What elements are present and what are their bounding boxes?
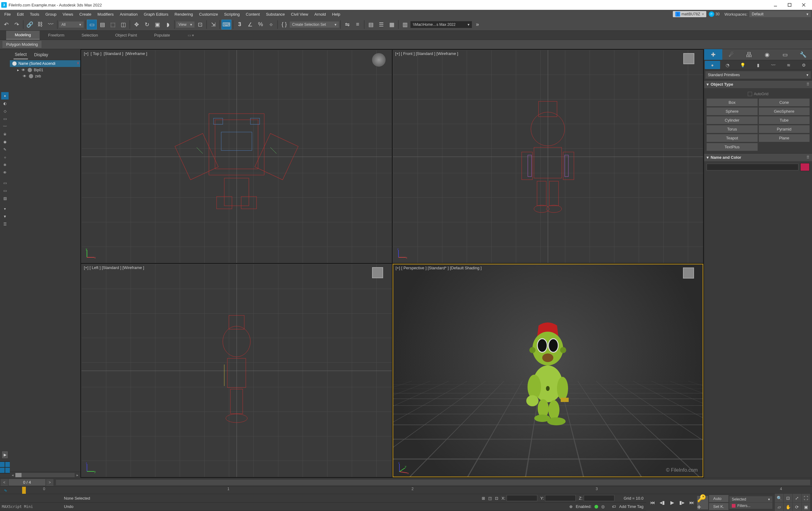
redo-button[interactable]: ↷	[12, 20, 22, 29]
selection-filter-dropdown[interactable]: All▾	[59, 22, 84, 28]
toggle-ribbon-button[interactable]: ▦	[387, 20, 397, 29]
auto-key-button[interactable]: Auto	[709, 495, 728, 502]
primitive-cone-button[interactable]: Cone	[759, 98, 810, 106]
viewcube-icon[interactable]	[683, 53, 697, 67]
geometry-subtab[interactable]: ●	[705, 61, 720, 69]
menu-animation[interactable]: Animation	[117, 11, 141, 18]
close-button[interactable]	[796, 0, 811, 10]
scene-explorer-tab-display[interactable]: Display	[33, 50, 50, 59]
maximize-viewport-button[interactable]: ▣	[802, 503, 810, 511]
display-cameras-icon[interactable]: ▭	[1, 115, 9, 123]
zoom-all-button[interactable]: ⊡	[784, 494, 792, 502]
maximize-button[interactable]	[783, 0, 796, 10]
z-coord-input[interactable]	[584, 495, 614, 501]
scale-button[interactable]: ▣	[152, 20, 162, 29]
hierarchy-panel-tab[interactable]: 品	[740, 49, 758, 60]
filter-icon[interactable]: ▼	[1, 213, 9, 220]
pan-button[interactable]: ✋	[784, 503, 792, 511]
primitive-textplus-button[interactable]: TextPlus	[706, 143, 758, 151]
prev-frame-button[interactable]: ◂▮	[658, 498, 667, 507]
primitive-teapot-button[interactable]: Teapot	[706, 134, 758, 142]
lock-selection-icon[interactable]: ⊞	[482, 496, 485, 501]
goto-end-button[interactable]: ⏭	[687, 498, 696, 507]
menu-substance[interactable]: Substance	[263, 11, 288, 18]
viewcube-icon[interactable]	[372, 53, 385, 67]
placement-button[interactable]: ◗	[163, 20, 173, 29]
visibility-icon[interactable]: 👁	[21, 68, 26, 72]
curve-editor-button[interactable]: ▥	[400, 20, 410, 29]
ribbon-tab-object-paint[interactable]: Object Paint	[107, 31, 146, 39]
unlink-button[interactable]: ⛓	[35, 20, 45, 29]
viewport-label-perspective[interactable]: [+] [ Perspective ] [Standard* ] [Defaul…	[396, 266, 482, 270]
x-coord-input[interactable]	[506, 495, 537, 501]
menu-arnold[interactable]: Arnold	[311, 11, 329, 18]
display-spacewarps-icon[interactable]: ※	[1, 130, 9, 138]
object-name-input[interactable]	[706, 164, 799, 171]
move-button[interactable]: ✥	[132, 20, 141, 29]
zoom-extents-button[interactable]: ⤢	[793, 494, 801, 502]
pivot-center-button[interactable]: ⊡	[195, 20, 205, 29]
snap-toggle-button[interactable]: 3	[235, 20, 244, 29]
set-key-button[interactable]: Set K.	[709, 503, 728, 510]
time-tag-icon[interactable]: 🏷	[612, 504, 616, 509]
add-time-tag-button[interactable]: Add Time Tag	[619, 504, 643, 509]
ribbon-tab-modeling[interactable]: Modeling	[6, 31, 40, 40]
shapes-subtab[interactable]: ◔	[720, 61, 735, 69]
display-geometry-icon[interactable]: ●	[1, 92, 9, 99]
primitive-box-button[interactable]: Box	[706, 98, 758, 106]
signin-user-dropdown[interactable]: 👤 mattBU78Z ▾	[673, 11, 706, 17]
menu-civil-view[interactable]: Civil View	[288, 11, 311, 18]
display-bone-icon[interactable]: ⟐	[1, 154, 9, 161]
display-panel-tab[interactable]: ▭	[776, 49, 794, 60]
trackbar-ruler[interactable]: 0 1 2 3 4	[11, 487, 812, 494]
key-filters-button[interactable]: Filters...	[729, 503, 772, 509]
sort-icon[interactable]: ▾	[1, 205, 9, 212]
next-frame-button[interactable]: ▮▸	[677, 498, 687, 507]
timeslider-prev-button[interactable]: <	[1, 479, 8, 486]
align-button[interactable]: ≡	[353, 20, 362, 29]
systems-subtab[interactable]: ⚙	[796, 61, 811, 69]
list-view3-icon[interactable]: ▤	[1, 195, 9, 202]
menu-content[interactable]: Content	[243, 11, 263, 18]
menu-rendering[interactable]: Rendering	[171, 11, 196, 18]
minimize-button[interactable]	[768, 0, 783, 10]
communication-center-icon[interactable]: ⊕	[569, 504, 573, 509]
link-button[interactable]: 🔗	[25, 20, 35, 29]
bind-spacewarp-button[interactable]: 〰	[46, 20, 56, 29]
trial-days-indicator[interactable]: ⏱ 30	[707, 11, 721, 18]
undo-button[interactable]: ↶	[1, 20, 11, 29]
menu-customize[interactable]: Customize	[196, 11, 221, 18]
scene-explorer-column-header[interactable]: Name (Sorted Ascendi	[10, 60, 80, 67]
create-panel-tab[interactable]: ✚	[704, 49, 722, 60]
scene-explorer-close-icon[interactable]: x	[77, 61, 79, 65]
primitive-geosphere-button[interactable]: GeoSphere	[759, 108, 810, 115]
expand-explorer-button[interactable]: ▶	[2, 451, 8, 458]
helpers-subtab[interactable]: 〰	[765, 61, 781, 69]
spacewarps-subtab[interactable]: ≋	[781, 61, 796, 69]
primitive-pyramid-button[interactable]: Pyramid	[759, 125, 810, 133]
menu-create[interactable]: Create	[76, 11, 94, 18]
cameras-subtab[interactable]: ▮	[751, 61, 766, 69]
fov-button[interactable]: ▱	[775, 503, 783, 511]
menu-help[interactable]: Help	[329, 11, 344, 18]
toolbar-overflow-button[interactable]: »	[472, 20, 482, 29]
viewport-front[interactable]: [+] [ Front ] [Standard ] [Wireframe ]	[393, 50, 703, 263]
primitive-torus-button[interactable]: Torus	[706, 125, 758, 133]
object-color-swatch[interactable]	[800, 163, 810, 171]
edit-named-sel-button[interactable]: { }	[279, 20, 289, 29]
menu-graph-editors[interactable]: Graph Editors	[141, 11, 171, 18]
y-coord-input[interactable]	[545, 495, 576, 501]
rectangle-region-button[interactable]: ⬚	[108, 20, 118, 29]
ribbon-tab-selection[interactable]: Selection	[73, 31, 107, 39]
viewport-label-top[interactable]: [+] [ Top ] [Standard ] [Wireframe ]	[84, 51, 147, 56]
display-xrefs-icon[interactable]: ✎	[1, 146, 9, 153]
primitive-cylinder-button[interactable]: Cylinder	[706, 116, 758, 124]
adaptive-degradation-icon[interactable]: ◎	[601, 504, 605, 509]
toggle-scene-explorer-button[interactable]: ▤	[366, 20, 376, 29]
scene-item-zeb[interactable]: 👁 zeb	[10, 73, 80, 79]
orbit-button[interactable]: ⟳	[793, 503, 801, 511]
menu-scripting[interactable]: Scripting	[221, 11, 243, 18]
display-helpers-icon[interactable]: 〰	[1, 123, 9, 130]
menu-edit[interactable]: Edit	[14, 11, 27, 18]
primitive-sphere-button[interactable]: Sphere	[706, 108, 758, 115]
